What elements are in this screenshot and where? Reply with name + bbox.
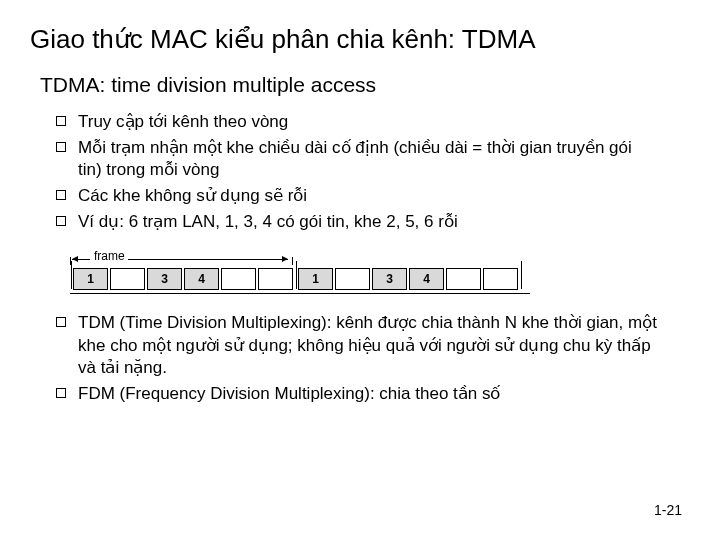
slide-subtitle: TDMA: time division multiple access xyxy=(40,73,690,97)
slot: 4 xyxy=(184,268,219,290)
frame-divider xyxy=(71,261,72,289)
slot: 4 xyxy=(409,268,444,290)
slot: 3 xyxy=(147,268,182,290)
page-number: 1-21 xyxy=(654,502,682,518)
bullet-item: TDM (Time Division Multiplexing): kênh đ… xyxy=(56,312,660,378)
frame-divider xyxy=(521,261,522,289)
slot xyxy=(335,268,370,290)
bullet-item: Truy cập tới kênh theo vòng xyxy=(56,111,660,133)
slot xyxy=(483,268,518,290)
slot xyxy=(110,268,145,290)
slot xyxy=(446,268,481,290)
slide-title: Giao thức MAC kiểu phân chia kênh: TDMA xyxy=(30,24,690,55)
slide: Giao thức MAC kiểu phân chia kênh: TDMA … xyxy=(0,0,720,540)
frame-label: frame xyxy=(94,249,125,263)
slot: 3 xyxy=(372,268,407,290)
bullet-item: Các khe không sử dụng sẽ rỗi xyxy=(56,185,660,207)
bullet-list-bottom: TDM (Time Division Multiplexing): kênh đ… xyxy=(30,312,660,404)
bullet-item: FDM (Frequency Division Multiplexing): c… xyxy=(56,383,660,405)
slot: 1 xyxy=(73,268,108,290)
bullet-item: Mỗi trạm nhận một khe chiều dài cố định … xyxy=(56,137,660,181)
bullet-item: Ví dụ: 6 trạm LAN, 1, 3, 4 có gói tin, k… xyxy=(56,211,660,233)
frame-divider xyxy=(296,261,297,289)
slot-row: 1 3 4 1 3 4 xyxy=(70,265,530,294)
slot xyxy=(221,268,256,290)
slot xyxy=(258,268,293,290)
slot: 1 xyxy=(298,268,333,290)
tdma-diagram: frame 1 3 4 1 3 4 xyxy=(70,247,690,294)
bullet-list-top: Truy cập tới kênh theo vòng Mỗi trạm nhậ… xyxy=(30,111,660,233)
